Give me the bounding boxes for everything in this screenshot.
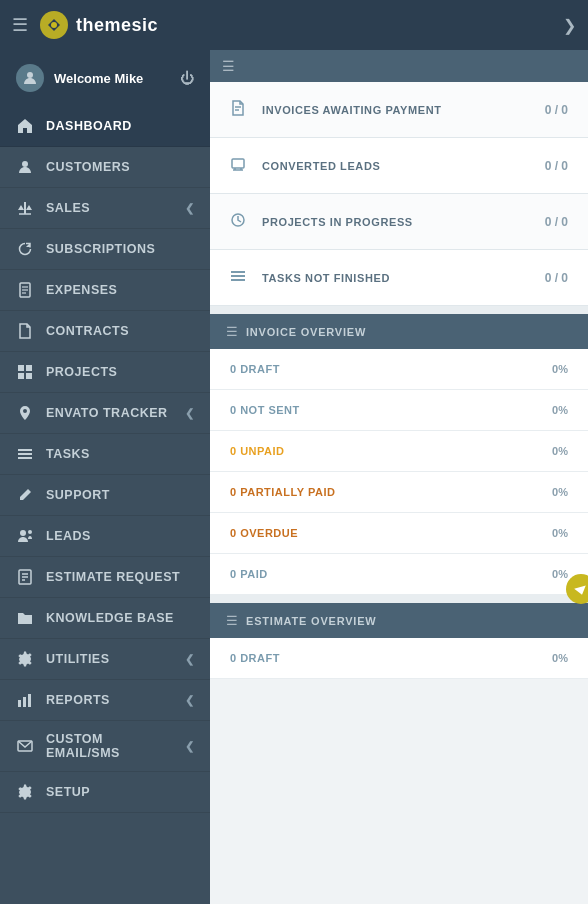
list-icon: [16, 445, 34, 463]
gear-icon: [16, 650, 34, 668]
invoice-unpaid-percent: 0%: [552, 445, 568, 457]
section-divider-2: [210, 595, 588, 603]
estimate-overview-title: ESTIMATE OVERVIEW: [246, 615, 377, 627]
svg-rect-11: [26, 365, 32, 371]
chevron-down-icon[interactable]: ❯: [563, 16, 576, 35]
invoice-overview-icon: ☰: [226, 324, 238, 339]
sidebar-item-contracts[interactable]: CONTRACTS: [0, 311, 210, 352]
svg-point-3: [22, 161, 28, 167]
envelope-icon: [16, 737, 34, 755]
invoice-stat-unpaid: 0 UNPAID 0%: [210, 431, 588, 472]
svg-rect-32: [231, 275, 245, 277]
svg-rect-14: [18, 449, 32, 451]
house-icon: [16, 117, 34, 135]
sidebar-item-support[interactable]: SUPPORT: [0, 475, 210, 516]
sidebar-item-label-sales: SALES: [46, 201, 173, 215]
chevron-icon-sales: ❮: [185, 202, 195, 215]
invoice-overview-title: INVOICE OVERVIEW: [246, 326, 366, 338]
stat-row-projects: PROJECTS IN PROGRESS 0 / 0: [210, 194, 588, 250]
invoice-stat-not-sent: 0 NOT SENT 0%: [210, 390, 588, 431]
invoice-paid-percent: 0%: [552, 568, 568, 580]
sidebar-item-label-support: SUPPORT: [46, 488, 194, 502]
sidebar-item-label-setup: SETUP: [46, 785, 194, 799]
content-header-bar: ☰: [210, 50, 588, 82]
sidebar-item-tasks[interactable]: TASKS: [0, 434, 210, 475]
invoice-stat-overdue: 0 OVERDUE 0%: [210, 513, 588, 554]
sidebar-item-label-dashboard: DASHBOARD: [46, 119, 194, 133]
svg-rect-4: [24, 202, 26, 214]
avatar: [16, 64, 44, 92]
svg-point-2: [27, 72, 33, 78]
sidebar-item-dashboard[interactable]: DASHBOARD: [0, 106, 210, 147]
chevron-icon-envato: ❮: [185, 407, 195, 420]
sidebar-item-custom-email[interactable]: CUSTOM EMAIL/SMS ❮: [0, 721, 210, 772]
invoice-stat-paid: 0 PAID 0%: [210, 554, 588, 595]
stat-label-leads: CONVERTED LEADS: [262, 160, 545, 172]
invoice-overdue-percent: 0%: [552, 527, 568, 539]
sidebar-item-envato-tracker[interactable]: ENVATO TRACKER ❮: [0, 393, 210, 434]
sidebar-item-reports[interactable]: REPORTS ❮: [0, 680, 210, 721]
logo-icon: [38, 9, 70, 41]
sidebar-item-customers[interactable]: CUSTOMERS: [0, 147, 210, 188]
svg-point-1: [51, 22, 57, 28]
svg-rect-12: [18, 373, 24, 379]
chevron-icon-reports: ❮: [185, 694, 195, 707]
svg-rect-23: [18, 700, 21, 707]
section-divider-1: [210, 306, 588, 314]
sidebar-item-label-envato-tracker: ENVATO TRACKER: [46, 406, 173, 420]
grid-icon: [16, 363, 34, 381]
sidebar-item-setup[interactable]: SETUP: [0, 772, 210, 813]
person-icon: [16, 158, 34, 176]
doc-icon: [16, 281, 34, 299]
invoice-partially-paid-label: 0 PARTIALLY PAID: [230, 486, 552, 498]
sidebar-item-label-subscriptions: SUBSCRIPTIONS: [46, 242, 194, 256]
doc2-icon: [16, 568, 34, 586]
stat-label-tasks: TASKS NOT FINISHED: [262, 272, 545, 284]
stat-row-invoices: INVOICES AWAITING PAYMENT 0 / 0: [210, 82, 588, 138]
estimate-draft-percent: 0%: [552, 652, 568, 664]
sidebar-item-leads[interactable]: LEADS: [0, 516, 210, 557]
file-icon: [16, 322, 34, 340]
invoice-overdue-label: 0 OVERDUE: [230, 527, 552, 539]
sidebar: Welcome Mike ⏻ DASHBOARD CUSTOMERS SALES…: [0, 50, 210, 904]
chevron-icon-custom-email: ❮: [185, 740, 195, 753]
tasks-icon: [230, 268, 252, 287]
invoice-draft-percent: 0%: [552, 363, 568, 375]
invoice-stat-partially-paid: 0 PARTIALLY PAID 0%: [210, 472, 588, 513]
sidebar-item-label-projects: PROJECTS: [46, 365, 194, 379]
sidebar-item-knowledge-base[interactable]: KNOWLEDGE BASE: [0, 598, 210, 639]
sidebar-item-subscriptions[interactable]: SUBSCRIPTIONS: [0, 229, 210, 270]
svg-rect-33: [231, 279, 245, 281]
sidebar-item-label-leads: LEADS: [46, 529, 194, 543]
user-section: Welcome Mike ⏻: [0, 50, 210, 106]
content-header-icon: ☰: [222, 58, 235, 74]
invoice-not-sent-percent: 0%: [552, 404, 568, 416]
stat-value-projects: 0 / 0: [545, 215, 568, 229]
invoice-icon: [230, 100, 252, 119]
invoice-overview-header: ☰ INVOICE OVERVIEW: [210, 314, 588, 349]
svg-rect-13: [26, 373, 32, 379]
stat-label-projects: PROJECTS IN PROGRESS: [262, 216, 545, 228]
estimate-stat-draft: 0 DRAFT 0%: [210, 638, 588, 679]
refresh-icon: [16, 240, 34, 258]
sidebar-item-projects[interactable]: PROJECTS: [0, 352, 210, 393]
sidebar-item-utilities[interactable]: UTILITIES ❮: [0, 639, 210, 680]
sidebar-item-label-estimate-request: ESTIMATE REQUEST: [46, 570, 194, 584]
scale-icon: [16, 199, 34, 217]
user-name: Welcome Mike: [54, 71, 143, 86]
estimate-overview-icon: ☰: [226, 613, 238, 628]
power-icon[interactable]: ⏻: [180, 70, 194, 86]
hamburger-icon[interactable]: ☰: [12, 14, 28, 36]
stat-value-invoices: 0 / 0: [545, 103, 568, 117]
svg-rect-29: [232, 159, 244, 168]
sidebar-item-expenses[interactable]: EXPENSES: [0, 270, 210, 311]
estimate-overview-header: ☰ ESTIMATE OVERVIEW: [210, 603, 588, 638]
stat-value-leads: 0 / 0: [545, 159, 568, 173]
svg-rect-16: [18, 457, 32, 459]
svg-rect-10: [18, 365, 24, 371]
person2-icon: [16, 527, 34, 545]
chevron-icon-utilities: ❮: [185, 653, 195, 666]
stat-label-invoices: INVOICES AWAITING PAYMENT: [262, 104, 545, 116]
sidebar-item-sales[interactable]: SALES ❮: [0, 188, 210, 229]
sidebar-item-estimate-request[interactable]: ESTIMATE REQUEST: [0, 557, 210, 598]
